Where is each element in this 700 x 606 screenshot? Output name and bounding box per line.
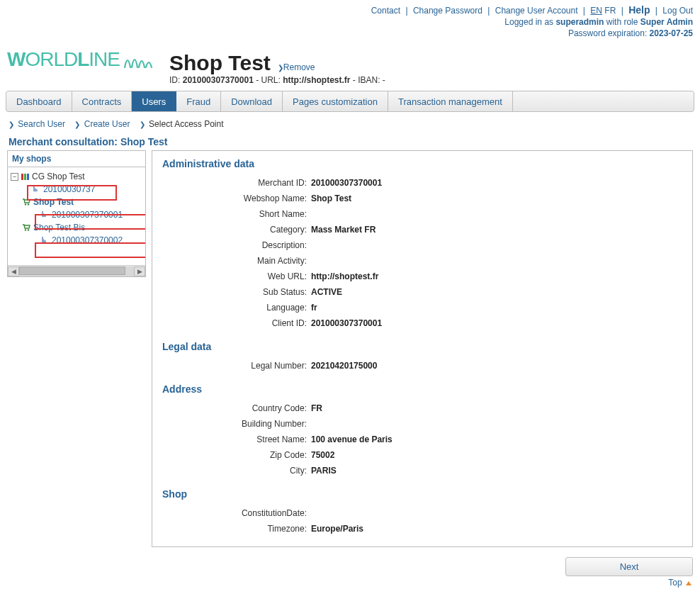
next-button[interactable]: Next xyxy=(565,557,693,576)
field-row: Sub Status:ACTIVE xyxy=(162,284,682,300)
field-label: Sub Status: xyxy=(162,287,311,297)
field-label: ConstitutionDate: xyxy=(162,508,311,518)
tab-contracts[interactable]: Contracts xyxy=(72,91,132,111)
field-row: Legal Number:20210420175000 xyxy=(162,358,682,374)
tab-fraud[interactable]: Fraud xyxy=(176,91,221,111)
logged-role: Super Admin xyxy=(640,17,693,27)
tab-pages-customization[interactable]: Pages customization xyxy=(283,91,388,111)
field-label: Main Activity: xyxy=(162,256,311,266)
change-user-account-link[interactable]: Change User Account xyxy=(495,6,578,16)
help-link[interactable]: Help xyxy=(628,4,650,16)
field-row: Street Name:100 avenue de Paris xyxy=(162,432,682,447)
field-row: Country Code:FR xyxy=(162,400,682,416)
arrow-up-icon xyxy=(686,581,691,585)
chevron-right-icon: ❯ xyxy=(140,120,147,128)
field-label: Language: xyxy=(162,303,311,313)
field-value: 75002 xyxy=(311,450,334,460)
field-value: http://shoptest.fr xyxy=(311,271,378,281)
field-label: Building Number: xyxy=(162,419,311,429)
chart-bars-icon xyxy=(21,174,29,180)
section-address: Address xyxy=(162,383,682,395)
change-password-link[interactable]: Change Password xyxy=(413,6,482,16)
sidebar: My shops − CG Shop Test 20100030737 xyxy=(7,150,146,547)
field-label: Legal Number: xyxy=(162,361,311,371)
field-label: Webshop Name: xyxy=(162,193,311,203)
password-expiration-line: Password expiration: 2023-07-25 xyxy=(0,28,700,43)
field-row: Description: xyxy=(162,237,682,253)
field-label: Country Code: xyxy=(162,403,311,413)
horizontal-scrollbar[interactable]: ◀ ▶ xyxy=(8,265,145,276)
field-row: City:PARIS xyxy=(162,463,682,478)
crumb-search-user[interactable]: Search User xyxy=(18,119,65,129)
back-to-top-link[interactable]: Top xyxy=(668,578,682,588)
tab-download[interactable]: Download xyxy=(221,91,283,111)
top-links-bar: Contact | Change Password | Change User … xyxy=(0,0,700,16)
tab-dashboard[interactable]: Dashboard xyxy=(6,91,72,111)
page-title: Shop Test xyxy=(169,51,271,75)
section-shop: Shop xyxy=(162,488,682,500)
field-row: Web URL:http://shoptest.fr xyxy=(162,269,682,284)
logo: WORLDLINE xyxy=(7,43,154,71)
sidebar-title: My shops xyxy=(8,151,145,167)
shop-tree: − CG Shop Test 20100030737 Shop Test xyxy=(8,167,145,265)
field-value: 201000307370001 xyxy=(311,318,382,328)
field-value: fr xyxy=(311,303,317,313)
svg-point-1 xyxy=(28,203,29,205)
main-tabs: DashboardContractsUsersFraudDownloadPage… xyxy=(6,91,694,112)
field-value: FR xyxy=(311,403,322,413)
field-label: Timezone: xyxy=(162,524,311,534)
lang-fr-link[interactable]: FR xyxy=(604,6,616,16)
highlight-box xyxy=(35,242,145,258)
field-label: Zip Code: xyxy=(162,450,311,460)
crumb-create-user[interactable]: Create User xyxy=(84,119,130,129)
field-row: Building Number: xyxy=(162,416,682,432)
logo-waves-icon xyxy=(123,50,154,69)
shop-subline: ID: 201000307370001 - URL: http://shopte… xyxy=(169,75,693,88)
field-row: Main Activity: xyxy=(162,253,682,269)
field-value: 100 avenue de Paris xyxy=(311,434,393,444)
field-row: Category:Mass Market FR xyxy=(162,222,682,237)
field-label: Short Name: xyxy=(162,209,311,219)
details-panel: Administrative data Merchant ID:20100030… xyxy=(152,150,693,547)
field-label: Merchant ID: xyxy=(162,178,311,188)
highlight-box xyxy=(27,185,117,201)
logout-link[interactable]: Log Out xyxy=(662,6,693,16)
field-value: Shop Test xyxy=(311,193,351,203)
field-value: 20210420175000 xyxy=(311,361,377,371)
chevron-right-icon: ❯ xyxy=(278,64,283,72)
chevron-right-icon: ❯ xyxy=(74,120,81,128)
lang-en-link[interactable]: EN xyxy=(590,6,602,16)
field-label: Description: xyxy=(162,240,311,250)
field-row: ConstitutionDate: xyxy=(162,505,682,521)
field-row: Zip Code:75002 xyxy=(162,447,682,463)
page-heading: Merchant consultation: Shop Test xyxy=(0,132,700,150)
password-expiration-date: 2023-07-25 xyxy=(650,28,693,38)
field-row: Merchant ID:201000307370001 xyxy=(162,175,682,191)
field-value: Mass Market FR xyxy=(311,225,376,235)
crumb-current: Select Access Point xyxy=(149,119,223,129)
svg-point-2 xyxy=(25,229,26,230)
tab-transaction-management[interactable]: Transaction management xyxy=(388,91,513,111)
tab-users[interactable]: Users xyxy=(132,91,176,111)
scroll-right-button[interactable]: ▶ xyxy=(134,266,145,276)
field-row: Short Name: xyxy=(162,206,682,222)
tree-root[interactable]: CG Shop Test xyxy=(32,172,84,181)
field-label: Category: xyxy=(162,225,311,235)
svg-point-3 xyxy=(28,229,29,230)
field-label: Client ID: xyxy=(162,318,311,328)
field-label: Web URL: xyxy=(162,271,311,281)
contact-link[interactable]: Contact xyxy=(371,6,400,16)
scroll-thumb[interactable] xyxy=(19,266,125,275)
logged-in-line: Logged in as superadmin with role Super … xyxy=(0,16,700,28)
field-row: Webshop Name:Shop Test xyxy=(162,191,682,206)
highlight-box xyxy=(35,214,145,230)
remove-link[interactable]: Remove xyxy=(283,62,315,72)
field-row: Client ID:201000307370001 xyxy=(162,315,682,331)
section-legal-data: Legal data xyxy=(162,341,682,352)
logged-user: superadmin xyxy=(555,17,604,27)
field-row: Timezone:Europe/Paris xyxy=(162,521,682,537)
collapse-icon[interactable]: − xyxy=(11,173,18,181)
scroll-left-button[interactable]: ◀ xyxy=(8,266,19,276)
field-label: Street Name: xyxy=(162,434,311,444)
field-label: City: xyxy=(162,466,311,476)
